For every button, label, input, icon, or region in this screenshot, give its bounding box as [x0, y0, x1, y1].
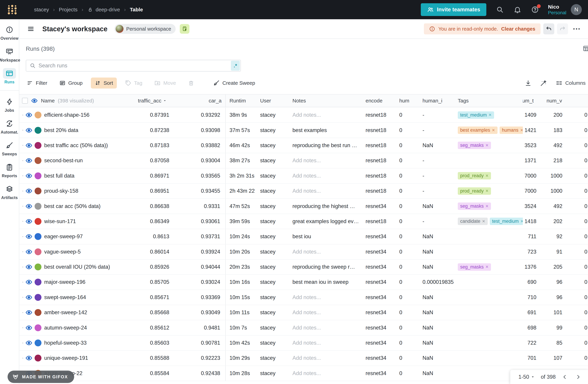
run-notes[interactable]: Add notes...	[289, 244, 362, 259]
row-drag-handle[interactable]	[22, 145, 23, 146]
group-button[interactable]: Group	[56, 77, 86, 89]
run-user[interactable]: stacey	[256, 320, 289, 335]
tag-remove-icon[interactable]: ✕	[520, 219, 523, 224]
run-user[interactable]: stacey	[256, 260, 289, 274]
export-download-icon[interactable]	[525, 79, 532, 86]
sidebar-item-sweeps[interactable]: Sweeps	[2, 140, 17, 156]
tag-button[interactable]: Tag	[121, 77, 146, 89]
sidebar-item-runs[interactable]: Runs	[3, 68, 16, 84]
run-name[interactable]: unique-sweep-191	[44, 355, 88, 361]
hamburger-menu-icon[interactable]	[27, 25, 34, 33]
run-name[interactable]: eager-sweep-97	[44, 233, 83, 240]
table-row[interactable]: best overall IOU (20% data) 0.85926 0.94…	[19, 260, 588, 275]
run-user[interactable]: stacey	[256, 366, 289, 381]
table-row[interactable]: azure-sweep-22 0.85584 0.92438 10m 28s s…	[19, 366, 588, 381]
table-row[interactable]: hopeful-sweep-33 0.85603 0.90781 10m 42s…	[19, 336, 588, 351]
run-name[interactable]: efficient-shape-156	[44, 112, 89, 118]
header-encoder[interactable]: encode	[362, 95, 396, 107]
run-user[interactable]: stacey	[256, 108, 289, 122]
sidebar-item-jobs[interactable]: Jobs	[3, 96, 16, 113]
run-name[interactable]: best 20% data	[44, 127, 78, 133]
run-notes[interactable]: Add notes...	[289, 108, 362, 122]
header-hum[interactable]: hum	[396, 95, 419, 107]
tag-remove-icon[interactable]: ✕	[492, 128, 495, 133]
regex-toggle-button[interactable]: .*	[231, 61, 240, 71]
run-user[interactable]: stacey	[256, 244, 289, 259]
select-all-checkbox[interactable]	[22, 98, 28, 104]
run-notes[interactable]: reproducing the best run …	[289, 138, 362, 153]
row-drag-handle[interactable]	[22, 175, 23, 176]
workspace-notes-button[interactable]	[180, 24, 189, 34]
search-icon[interactable]	[496, 6, 504, 14]
table-row[interactable]: best car acc (50% data) 0.86638 0.9331 4…	[19, 199, 588, 214]
run-name[interactable]: major-sweep-196	[44, 279, 85, 285]
row-drag-handle[interactable]	[22, 160, 23, 161]
row-drag-handle[interactable]	[22, 312, 23, 313]
table-row[interactable]: swept-sweep-164 0.85671 0.93369 10m 15s …	[19, 290, 588, 305]
visualize-eye-icon[interactable]	[25, 294, 33, 301]
run-name[interactable]: autumn-sweep-24	[44, 325, 87, 331]
page-size-selector[interactable]: 1-50	[519, 374, 535, 380]
run-name[interactable]: best traffic acc (50% data))	[44, 142, 108, 149]
sidebar-item-workspace[interactable]: Workspace	[0, 46, 20, 63]
row-drag-handle[interactable]	[22, 327, 23, 328]
notifications-bell-icon[interactable]	[513, 6, 522, 14]
row-drag-handle[interactable]	[22, 221, 23, 222]
tag-chip[interactable]: prod_ready✕	[458, 172, 491, 179]
tag-remove-icon[interactable]: ✕	[520, 128, 523, 133]
table-row[interactable]: unique-sweep-191 0.85588 0.92223 10m 29s…	[19, 351, 588, 366]
run-notes[interactable]: Add notes...	[289, 320, 362, 335]
redo-button[interactable]	[557, 23, 568, 34]
tag-chip[interactable]: prod_ready✕	[458, 187, 491, 195]
run-notes[interactable]: Add notes...	[289, 290, 362, 305]
run-name[interactable]: swept-sweep-164	[44, 294, 86, 300]
tag-chip[interactable]: test_medium✕	[458, 111, 494, 119]
visualize-eye-icon[interactable]	[25, 248, 33, 255]
run-user[interactable]: stacey	[256, 138, 289, 153]
tag-remove-icon[interactable]: ✕	[485, 204, 489, 209]
visualize-eye-icon[interactable]	[25, 111, 33, 119]
panel-table-icon[interactable]	[583, 45, 588, 52]
run-name[interactable]: second-best-run	[44, 157, 83, 164]
tag-remove-icon[interactable]: ✕	[485, 265, 489, 269]
tag-chip[interactable]: humans✕	[500, 127, 523, 134]
visualize-eye-icon[interactable]	[25, 172, 33, 179]
run-user[interactable]: stacey	[256, 184, 289, 198]
row-drag-handle[interactable]	[22, 267, 23, 268]
run-notes[interactable]: Add notes...	[289, 366, 362, 381]
header-tags[interactable]: Tags	[454, 95, 523, 107]
header-name-label[interactable]: Name	[41, 98, 55, 104]
row-drag-handle[interactable]	[22, 297, 23, 298]
help-icon[interactable]	[531, 6, 539, 14]
row-drag-handle[interactable]	[22, 236, 23, 237]
run-user[interactable]: stacey	[256, 305, 289, 320]
run-name[interactable]: vague-sweep-5	[44, 249, 81, 255]
header-notes[interactable]: Notes	[289, 95, 362, 107]
table-row[interactable]: efficient-shape-156 0.87391 0.93292 38m …	[19, 108, 588, 123]
run-user[interactable]: stacey	[256, 199, 289, 213]
clear-changes-link[interactable]: Clear changes	[501, 26, 535, 32]
header-human-id[interactable]: human_i	[419, 95, 454, 107]
tag-chip[interactable]: seg_masks✕	[458, 202, 491, 210]
table-row[interactable]: wise-sun-171 0.86349 0.93061 39m 59s sta…	[19, 214, 588, 229]
run-name[interactable]: best overall IOU (20% data)	[44, 264, 110, 270]
run-user[interactable]: stacey	[256, 153, 289, 168]
visualize-eye-icon[interactable]	[25, 263, 33, 270]
row-drag-handle[interactable]	[22, 115, 23, 115]
visualize-eye-icon[interactable]	[25, 187, 33, 194]
header-num-v[interactable]: num_v	[537, 95, 566, 107]
visualize-all-eye-icon[interactable]	[31, 97, 38, 104]
move-button[interactable]: Move	[150, 77, 180, 89]
tag-remove-icon[interactable]: ✕	[485, 143, 489, 148]
visualize-eye-icon[interactable]	[25, 354, 33, 362]
table-row[interactable]: autumn-sweep-24 0.85612 0.9481 10m 7s st…	[19, 320, 588, 335]
run-notes[interactable]: Add notes...	[289, 153, 362, 168]
tag-remove-icon[interactable]: ✕	[482, 219, 485, 224]
row-drag-handle[interactable]	[22, 206, 23, 207]
wandb-logo-icon[interactable]	[7, 4, 18, 15]
user-avatar[interactable]: N	[571, 4, 582, 15]
prev-page-button[interactable]	[562, 374, 568, 380]
tag-chip[interactable]: best examples✕	[458, 127, 498, 134]
more-options-button[interactable]: •••	[573, 26, 581, 32]
run-user[interactable]: stacey	[256, 123, 289, 137]
